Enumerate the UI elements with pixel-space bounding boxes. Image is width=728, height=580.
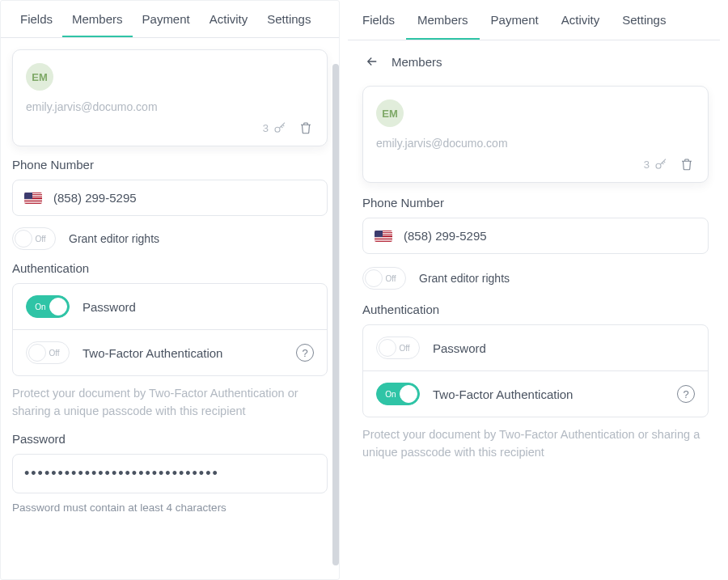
scrollbar-thumb[interactable] xyxy=(332,64,339,565)
auth-twofa-row: On Two-Factor Authentication ? xyxy=(363,370,708,417)
auth-section: Authentication On Password Off Two-Facto… xyxy=(12,261,328,421)
editor-rights-label: Grant editor rights xyxy=(69,232,159,245)
tabs: Fields Members Payment Activity Settings xyxy=(348,0,720,40)
tab-settings[interactable]: Settings xyxy=(611,0,677,40)
auth-box: Off Password On Two-Factor Authenticatio… xyxy=(362,324,709,417)
editor-rights-label: Grant editor rights xyxy=(419,272,510,285)
member-actions: 3 xyxy=(376,156,695,172)
password-toggle[interactable]: On xyxy=(26,295,70,318)
auth-password-row: On Password xyxy=(13,284,327,329)
auth-twofa-row: Off Two-Factor Authentication ? xyxy=(13,329,327,375)
tab-fields[interactable]: Fields xyxy=(11,1,62,37)
phone-label: Phone Number xyxy=(362,196,709,210)
member-actions: 3 xyxy=(26,120,314,136)
phone-input[interactable]: (858) 299-5295 xyxy=(362,218,709,254)
password-toggle[interactable]: Off xyxy=(376,337,420,359)
key-count: 3 xyxy=(263,122,269,134)
editor-rights-row: Off Grant editor rights xyxy=(12,227,328,250)
svg-point-1 xyxy=(656,163,661,168)
scrollbar[interactable] xyxy=(332,54,339,576)
password-auth-label: Password xyxy=(83,300,314,314)
help-icon[interactable]: ? xyxy=(677,385,695,403)
back-arrow-icon[interactable] xyxy=(364,53,380,70)
avatar: EM xyxy=(26,63,53,91)
tab-activity[interactable]: Activity xyxy=(550,0,612,40)
password-auth-label: Password xyxy=(433,341,695,355)
toggle-knob xyxy=(15,230,32,248)
twofa-auth-label: Two-Factor Authentication xyxy=(83,346,283,360)
twofa-toggle[interactable]: Off xyxy=(26,341,70,364)
twofa-toggle[interactable]: On xyxy=(376,383,420,405)
tab-members[interactable]: Members xyxy=(406,0,480,40)
tabs: Fields Members Payment Activity Settings xyxy=(1,1,339,38)
member-card: EM emily.jarvis@documo.com 3 xyxy=(12,49,328,146)
password-field-label: Password xyxy=(12,432,328,446)
auth-heading: Authentication xyxy=(362,303,709,316)
password-input[interactable]: ••••••••••••••••••••••••••••• xyxy=(12,454,328,493)
key-count: 3 xyxy=(644,159,650,171)
editor-rights-toggle[interactable]: Off xyxy=(362,267,406,290)
trash-icon[interactable] xyxy=(298,120,314,136)
toggle-knob xyxy=(400,385,417,403)
password-help: Password must contain at least 4 charact… xyxy=(12,502,328,514)
key-count-group[interactable]: 3 xyxy=(263,120,288,136)
toggle-off-label: Off xyxy=(44,349,64,358)
tab-fields[interactable]: Fields xyxy=(351,0,406,40)
member-email: emily.jarvis@documo.com xyxy=(26,100,314,113)
panel-right: Fields Members Payment Activity Settings… xyxy=(340,0,728,580)
help-icon[interactable]: ? xyxy=(296,344,314,362)
tab-activity[interactable]: Activity xyxy=(200,1,258,37)
phone-label: Phone Number xyxy=(12,158,328,171)
password-field-section: Password ••••••••••••••••••••••••••••• P… xyxy=(12,432,328,514)
auth-box: On Password Off Two-Factor Authenticatio… xyxy=(12,283,328,376)
content: EM emily.jarvis@documo.com 3 Phone Numbe… xyxy=(1,38,339,579)
twofa-auth-label: Two-Factor Authentication xyxy=(433,387,664,401)
auth-heading: Authentication xyxy=(12,261,328,275)
panel-left: Fields Members Payment Activity Settings… xyxy=(0,0,340,580)
editor-rights-toggle[interactable]: Off xyxy=(12,227,56,250)
key-icon xyxy=(272,120,288,136)
avatar: EM xyxy=(376,99,404,127)
toggle-on-label: On xyxy=(383,390,398,399)
auth-hint: Protect your document by Two-Factor Auth… xyxy=(12,384,328,421)
auth-hint: Protect your document by Two-Factor Auth… xyxy=(362,425,709,462)
toggle-off-label: Off xyxy=(31,235,50,243)
toggle-knob xyxy=(49,298,67,315)
tab-settings[interactable]: Settings xyxy=(257,1,320,37)
toggle-knob xyxy=(28,344,46,362)
tab-members[interactable]: Members xyxy=(62,1,133,37)
phone-input[interactable]: (858) 299-5295 xyxy=(12,180,328,216)
member-card: EM emily.jarvis@documo.com 3 xyxy=(362,86,709,183)
member-email: emily.jarvis@documo.com xyxy=(376,137,695,150)
phone-value: (858) 299-5295 xyxy=(404,229,487,243)
phone-section: Phone Number (858) 299-5295 xyxy=(12,158,328,216)
trash-icon[interactable] xyxy=(679,156,695,172)
toggle-knob xyxy=(365,269,383,287)
breadcrumb-title: Members xyxy=(392,55,442,69)
svg-point-0 xyxy=(275,127,280,132)
toggle-off-label: Off xyxy=(395,344,414,353)
flag-us-icon xyxy=(375,231,392,242)
editor-rights-row: Off Grant editor rights xyxy=(362,267,709,290)
phone-section: Phone Number (858) 299-5295 xyxy=(362,196,709,254)
tab-payment[interactable]: Payment xyxy=(133,1,200,37)
toggle-knob xyxy=(379,339,396,357)
auth-section: Authentication Off Password On Two-Facto… xyxy=(362,303,709,462)
breadcrumb: Members xyxy=(362,52,709,73)
key-count-group[interactable]: 3 xyxy=(644,156,669,172)
content: Members EM emily.jarvis@documo.com 3 Pho… xyxy=(348,40,720,580)
toggle-off-label: Off xyxy=(381,274,400,283)
tab-payment[interactable]: Payment xyxy=(480,0,550,40)
auth-password-row: Off Password xyxy=(363,325,708,370)
phone-value: (858) 299-5295 xyxy=(53,191,137,205)
flag-us-icon xyxy=(24,193,42,204)
key-icon xyxy=(653,156,669,172)
toggle-on-label: On xyxy=(33,303,48,311)
